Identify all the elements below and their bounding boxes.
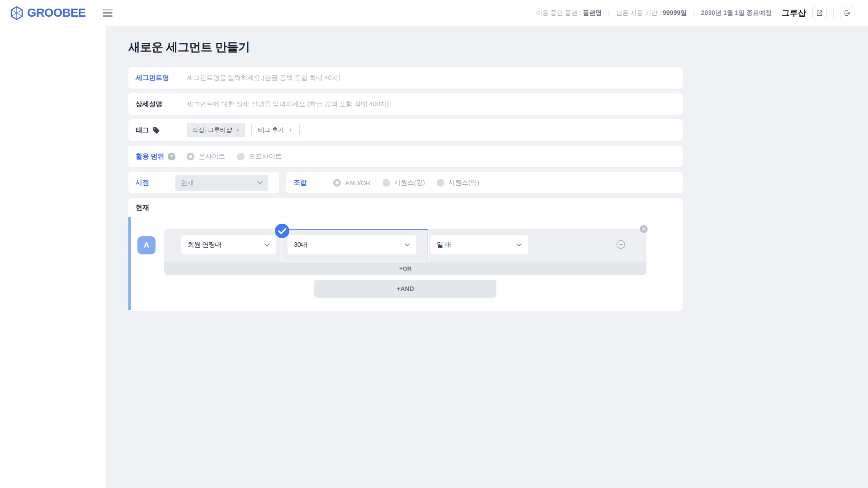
condition-value-text: 30대 [294, 240, 307, 249]
main-area: 새로운 세그먼트 만들기 세그먼트명 상세설명 태그 작성: 그루비샵 × [106, 26, 868, 488]
condition-field-value: 회원 연령대 [188, 240, 222, 249]
period-label: 남은 사용 기간 : [616, 9, 661, 17]
logout-button[interactable] [840, 6, 854, 20]
chevron-down-icon [264, 243, 270, 247]
radio-andor[interactable]: AND/OR [333, 179, 371, 187]
tag-chip-text: 작성: 그루비샵 [192, 126, 232, 134]
radio-icon [333, 179, 341, 187]
add-tag-label: 태그 추가 [258, 126, 284, 134]
radio-icon [437, 179, 444, 187]
period-value: 99999일 [663, 9, 687, 17]
header-separator: | [608, 9, 610, 17]
description-label: 상세설명 [136, 100, 187, 108]
segment-name-label: 세그먼트명 [136, 74, 187, 82]
condition-field-select[interactable]: 회원 연령대 [181, 235, 276, 254]
radio-sequence-weak[interactable]: 시퀀스(약) [437, 178, 479, 187]
top-header: GROOBEE 이용 중인 플랜 : 플랜명 | 남은 사용 기간 : 9999… [0, 0, 868, 26]
scope-label-text: 활용 범위 [136, 152, 164, 161]
condition-operator-text: 일 때 [437, 240, 451, 249]
sidebar [0, 26, 106, 488]
radio-icon [187, 153, 194, 160]
radio-offsite[interactable]: 오프사이트 [237, 152, 282, 161]
radio-sequence-strong[interactable]: 시퀀스(강) [382, 178, 425, 187]
timepoint-value: 현재 [181, 178, 194, 187]
external-link-button[interactable] [812, 6, 827, 20]
combination-options: AND/OR 시퀀스(강) 시퀀스(약) [333, 178, 491, 187]
add-tag-button[interactable]: 태그 추가 + [251, 123, 300, 137]
builder-section-title: 현재 [128, 198, 683, 217]
header-button-divider [833, 9, 834, 18]
radio-icon [382, 179, 390, 187]
radio-sequence-strong-label: 시퀀스(강) [394, 178, 425, 187]
tag-icon [152, 127, 160, 134]
hamburger-menu-icon[interactable] [103, 9, 113, 17]
timepoint-select[interactable]: 현재 [175, 175, 268, 191]
shop-name: 그루샵 [782, 8, 806, 19]
check-circle-icon [274, 223, 290, 239]
tags-label: 태그 [136, 126, 187, 135]
radio-onsite-label: 온사이트 [198, 152, 225, 161]
scope-label: 활용 범위 ? [136, 152, 187, 161]
groobee-logo-icon [10, 6, 24, 20]
radio-sequence-weak-label: 시퀀스(약) [448, 178, 479, 187]
combination-label: 조합 [293, 178, 333, 187]
combination-row: 조합 AND/OR 시퀀스(강) 시퀀스(약) [286, 172, 683, 193]
page-title: 새로운 세그먼트 만들기 [128, 39, 683, 55]
expiry-date: 2030년 1월 1일 종료예정 [701, 9, 772, 17]
radio-andor-label: AND/OR [345, 179, 371, 187]
tag-chip-remove-icon[interactable]: × [236, 127, 240, 134]
plan-value: 플랜명 [583, 9, 602, 17]
remove-condition-icon[interactable] [616, 240, 625, 249]
radio-offsite-label: 오프사이트 [249, 152, 282, 161]
tags-label-text: 태그 [136, 126, 149, 135]
radio-onsite[interactable]: 온사이트 [187, 152, 225, 161]
condition-builder-card: 현재 A 회원 연령대 30대 일 때 [128, 198, 683, 311]
group-a-badge: A [137, 236, 156, 254]
timepoint-label: 시점 [136, 178, 175, 187]
description-input[interactable] [187, 100, 683, 108]
add-or-button[interactable]: +OR [164, 262, 646, 275]
tag-chip: 작성: 그루비샵 × [187, 123, 245, 137]
groobee-logo[interactable]: GROOBEE [10, 6, 85, 20]
segment-name-row: 세그먼트명 [128, 67, 683, 89]
external-link-icon [816, 9, 823, 17]
chevron-down-icon [257, 181, 263, 184]
tags-row: 태그 작성: 그루비샵 × 태그 추가 + [128, 119, 683, 141]
chevron-down-icon [516, 243, 522, 247]
condition-value-select[interactable]: 30대 [288, 235, 416, 254]
condition-group: 회원 연령대 30대 일 때 [164, 229, 646, 262]
logo-text: GROOBEE [27, 6, 85, 20]
timepoint-row: 시점 현재 [128, 172, 279, 193]
logout-icon [844, 9, 851, 17]
remove-group-icon[interactable] [640, 225, 648, 233]
radio-icon [237, 153, 245, 160]
help-icon[interactable]: ? [168, 153, 175, 160]
scope-options: 온사이트 오프사이트 [187, 152, 293, 161]
add-and-button[interactable]: +AND [314, 280, 496, 298]
description-row: 상세설명 [128, 93, 683, 115]
plan-label: 이용 중인 플랜 : [536, 9, 581, 17]
scope-row: 활용 범위 ? 온사이트 오프사이트 [128, 145, 683, 167]
chevron-down-icon [405, 243, 410, 247]
segment-name-input[interactable] [187, 74, 683, 81]
plus-icon: + [288, 126, 292, 134]
header-account-info: 이용 중인 플랜 : 플랜명 | 남은 사용 기간 : 99999일 | 203… [536, 6, 854, 20]
group-accent-bar [128, 217, 131, 310]
condition-operator-select[interactable]: 일 때 [430, 235, 528, 254]
header-separator: | [693, 9, 695, 17]
